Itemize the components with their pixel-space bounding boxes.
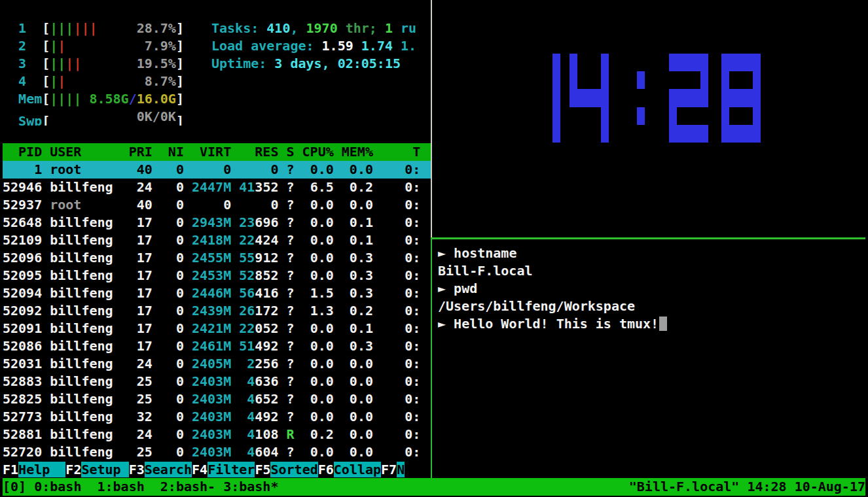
terminal-text: hostname bbox=[454, 245, 516, 261]
fkey-f5[interactable]: F5Sorted bbox=[255, 462, 317, 477]
htop-meters: 1 [||||||28.7%] 2 [||7.9%] 3 [||||19.5%]… bbox=[3, 20, 184, 126]
meter-label: 2 bbox=[18, 38, 42, 54]
meter-value: 8.58G bbox=[89, 91, 128, 107]
process-row[interactable]: 52773 billfeng 32 0 2403M 4492 ? 0.0 0.0… bbox=[3, 408, 431, 426]
meter-bar-red: | bbox=[65, 56, 73, 71]
fkey-f6[interactable]: F6Collap bbox=[318, 462, 381, 477]
meter-bar-green: | bbox=[65, 20, 73, 36]
terminal-text: /Users/billfeng/Workspace bbox=[438, 298, 635, 314]
process-row[interactable]: 52825 billfeng 25 0 2403M 4652 ? 0.0 0.0… bbox=[3, 390, 431, 408]
meter-value: 8.7% bbox=[145, 73, 176, 89]
meter-bar-green: | bbox=[50, 91, 58, 107]
meter-value: / bbox=[129, 91, 137, 107]
window-list: [0] 0:bash 1:bash 2:bash- 3:bash* bbox=[3, 478, 278, 496]
meter-bar-green: | bbox=[58, 91, 65, 107]
process-row[interactable]: 52937 root 40 0 0 0 ? 0.0 0.0 0: bbox=[3, 196, 431, 214]
htop-summary: Tasks: 410, 1970 thr; 1 ru Load average:… bbox=[211, 20, 416, 73]
terminal-command-line: ► pwd bbox=[438, 280, 868, 298]
pane-border-vertical-active[interactable] bbox=[431, 237, 432, 478]
terminal-command-line: ► hostname bbox=[438, 245, 868, 262]
meter-bar-green: | bbox=[58, 20, 65, 36]
terminal-command-line: ► Hello World! This is tmux! bbox=[438, 315, 868, 333]
pane-border-vertical[interactable] bbox=[431, 0, 432, 237]
terminal-text: Bill-F.local bbox=[438, 263, 533, 279]
meter-bar-red: | bbox=[90, 20, 98, 36]
meter-bar-red: | bbox=[81, 20, 89, 36]
process-row[interactable]: 52086 billfeng 17 0 2461M 51492 ? 0.0 0.… bbox=[3, 337, 431, 355]
meter-label: 4 bbox=[18, 73, 42, 89]
process-row[interactable]: 52946 billfeng 24 0 2447M 41352 ? 6.5 0.… bbox=[3, 179, 431, 196]
process-row[interactable]: 52094 billfeng 17 0 2446M 56416 ? 1.5 0.… bbox=[3, 284, 431, 302]
process-table: PID USER PRI NI VIRT RES S CPU% MEM% T 1… bbox=[3, 143, 431, 461]
meter-bar-green: | bbox=[50, 56, 58, 71]
fkey-f3[interactable]: F3Search bbox=[129, 462, 192, 477]
prompt-arrow-icon: ► bbox=[438, 316, 454, 332]
prompt-arrow-icon: ► bbox=[438, 245, 454, 261]
process-row[interactable]: 52095 billfeng 17 0 2453M 52852 ? 0.0 0.… bbox=[3, 267, 431, 284]
process-row[interactable]: 52092 billfeng 17 0 2439M 26172 ? 1.3 0.… bbox=[3, 302, 431, 320]
session-badge: [0] bbox=[3, 478, 34, 496]
meter-bar-green: | bbox=[58, 56, 65, 71]
meter-bar-green: | bbox=[50, 20, 58, 36]
fkey-f2[interactable]: F2Setup bbox=[65, 462, 128, 477]
meter-bar-green: | bbox=[50, 38, 58, 54]
fkey-f1[interactable]: F1Help bbox=[3, 462, 65, 477]
process-table-header[interactable]: PID USER PRI NI VIRT RES S CPU% MEM% T bbox=[3, 143, 431, 161]
process-row[interactable]: 52109 billfeng 17 0 2418M 22424 ? 0.0 0.… bbox=[3, 231, 431, 249]
clock-digit-2 bbox=[669, 54, 708, 143]
clock-digit-4 bbox=[570, 54, 609, 143]
load-average-line: Load average: 1.59 1.74 1. bbox=[211, 37, 416, 55]
meter-label: Mem bbox=[18, 91, 42, 107]
meter-bar-red: | bbox=[73, 56, 81, 71]
process-row[interactable]: 52096 billfeng 17 0 2455M 55912 ? 0.0 0.… bbox=[3, 249, 431, 267]
terminal-output-line: /Users/billfeng/Workspace bbox=[438, 298, 868, 315]
pane-terminal[interactable]: ► hostnameBill-F.local► pwd/Users/billfe… bbox=[433, 239, 868, 477]
tmux-status-bar: [0] 0:bash 1:bash 2:bash- 3:bash* "Bill-… bbox=[3, 478, 865, 496]
memory-meter: Mem[||||8.58G/16.0G] bbox=[3, 90, 184, 108]
process-row[interactable]: 52091 billfeng 17 0 2421M 22052 ? 0.0 0.… bbox=[3, 320, 431, 337]
meter-bar-green: | bbox=[50, 73, 58, 89]
prompt-arrow-icon: ► bbox=[438, 281, 454, 296]
window-item[interactable]: 2:bash- bbox=[160, 478, 223, 496]
cpu-meter-4: 4 [||8.7%] bbox=[3, 73, 184, 90]
clock-digit-1 bbox=[521, 54, 560, 143]
tmux-screen: 1 [||||||28.7%] 2 [||7.9%] 3 [||||19.5%]… bbox=[0, 0, 868, 497]
pane-htop[interactable]: 1 [||||||28.7%] 2 [||7.9%] 3 [||||19.5%]… bbox=[3, 2, 431, 478]
function-key-bar: F1Help F2Setup F3SearchF4FilterF5SortedF… bbox=[3, 461, 431, 478]
meter-bar-red: | bbox=[58, 73, 65, 89]
process-row[interactable]: 52883 billfeng 25 0 2403M 4636 ? 0.0 0.0… bbox=[3, 373, 431, 390]
process-row[interactable]: 52031 billfeng 24 0 2405M 2256 ? 0.0 0.0… bbox=[3, 355, 431, 373]
window-item[interactable]: 3:bash* bbox=[223, 478, 278, 496]
process-row-selected[interactable]: 1 root 40 0 0 0 ? 0.0 0.0 0: bbox=[3, 161, 431, 179]
uptime-line: Uptime: 3 days, 02:05:15 bbox=[211, 55, 416, 73]
meter-label: Swp bbox=[18, 113, 42, 126]
fkey-f4[interactable]: F4Filter bbox=[192, 462, 255, 477]
meter-value: 28.7% bbox=[137, 20, 176, 36]
status-right: "Bill-F.local" 14:28 10-Aug-17 bbox=[629, 478, 865, 496]
fkey-f7[interactable]: F7N bbox=[381, 462, 405, 477]
meter-bar-green: | bbox=[65, 91, 73, 107]
meter-bar-red: | bbox=[73, 20, 81, 36]
window-item[interactable]: 0:bash bbox=[34, 478, 97, 496]
meter-value: 16.0G bbox=[137, 91, 176, 107]
window-item[interactable]: 1:bash bbox=[98, 478, 160, 496]
meter-value: 0K/0K bbox=[137, 109, 176, 124]
process-row[interactable]: 52720 billfeng 25 0 2403M 4604 ? 0.0 0.0… bbox=[3, 443, 431, 461]
meter-label: 1 bbox=[18, 20, 42, 36]
text-cursor bbox=[659, 317, 667, 331]
terminal-output-line: Bill-F.local bbox=[438, 262, 868, 280]
cpu-meter-3: 3 [||||19.5%] bbox=[3, 55, 184, 73]
meter-value: 19.5% bbox=[137, 56, 176, 71]
tasks-line: Tasks: 410, 1970 thr; 1 ru bbox=[211, 20, 416, 37]
process-row[interactable]: 52648 billfeng 17 0 2943M 23696 ? 0.0 0.… bbox=[3, 214, 431, 231]
clock-digit-8 bbox=[721, 54, 761, 143]
meter-value: 7.9% bbox=[145, 38, 176, 54]
cpu-meter-1: 1 [||||||28.7%] bbox=[3, 20, 184, 37]
meter-label: 3 bbox=[18, 56, 42, 71]
cpu-meter-2: 2 [||7.9%] bbox=[3, 37, 184, 55]
pane-clock[interactable] bbox=[433, 0, 865, 237]
process-row[interactable]: 52881 billfeng 24 0 2403M 4108 R 0.2 0.0… bbox=[3, 426, 431, 443]
swap-meter: Swp[0K/0K] bbox=[3, 108, 184, 126]
clock-colon bbox=[637, 54, 645, 143]
terminal-text: pwd bbox=[454, 281, 477, 296]
